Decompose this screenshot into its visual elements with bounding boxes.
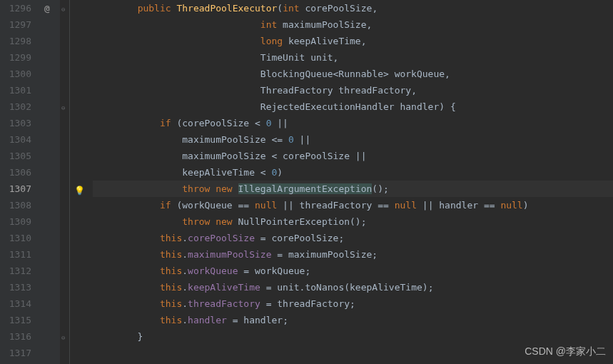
line-number: 1313	[6, 279, 31, 295]
code-line[interactable]: public ThreadPoolExecutor(int corePoolSi…	[93, 0, 613, 16]
line-number: 1306	[6, 164, 31, 181]
code-line[interactable]: this.handler = handler;	[93, 312, 613, 328]
code-line[interactable]: this.workQueue = workQueue;	[93, 263, 613, 279]
line-number: 1305	[6, 148, 31, 164]
code-line[interactable]: maximumPoolSize <= 0 ||	[93, 131, 613, 148]
line-number: 1298	[6, 33, 31, 49]
line-number: 1304	[6, 131, 31, 148]
code-line[interactable]: this.maximumPoolSize = maximumPoolSize;	[93, 246, 613, 263]
vcs-change-marker: @	[44, 0, 50, 16]
fold-toggle-icon[interactable]: ⊖	[61, 1, 65, 18]
code-line[interactable]: ThreadFactory threadFactory,	[93, 82, 613, 98]
fold-column[interactable]: ⊖⊖⊖	[60, 0, 70, 364]
line-number: 1316	[6, 328, 31, 345]
line-number: 1314	[6, 295, 31, 312]
code-line[interactable]: BlockingQueue<Runnable> workQueue,	[93, 66, 613, 82]
line-number: 1309	[6, 213, 31, 230]
code-line[interactable]: RejectedExecutionHandler handler) {	[93, 98, 613, 115]
code-line[interactable]: keepAliveTime < 0)	[93, 164, 613, 181]
code-line[interactable]: this.corePoolSize = corePoolSize;	[93, 230, 613, 246]
line-number: 1300	[6, 66, 31, 82]
line-number: 1315	[6, 312, 31, 328]
line-number: 1317	[6, 345, 31, 361]
intention-bulb-icon[interactable]: 💡	[74, 183, 85, 199]
line-number-gutter: 1296129712981299130013011302130313041305…	[0, 0, 41, 364]
line-number: 1307	[6, 181, 31, 197]
code-line[interactable]: }	[93, 328, 613, 345]
code-line[interactable]: maximumPoolSize < corePoolSize ||	[93, 148, 613, 164]
code-line[interactable]: TimeUnit unit,	[93, 49, 613, 66]
fold-toggle-icon[interactable]: ⊖	[61, 100, 65, 116]
code-area[interactable]: public ThreadPoolExecutor(int corePoolSi…	[88, 0, 613, 364]
line-number: 1296	[6, 0, 31, 16]
code-line[interactable]: int maximumPoolSize,	[93, 16, 613, 33]
line-number: 1302	[6, 98, 31, 115]
line-number: 1308	[6, 197, 31, 213]
watermark-text: CSDN @李家小二	[525, 343, 606, 360]
code-line[interactable]: if (corePoolSize < 0 ||	[93, 115, 613, 131]
line-number: 1312	[6, 263, 31, 279]
line-number: 1311	[6, 246, 31, 263]
annotation-column: @	[41, 0, 60, 364]
fold-toggle-icon[interactable]: ⊖	[61, 330, 65, 346]
line-number: 1303	[6, 115, 31, 131]
code-line[interactable]: this.keepAliveTime = unit.toNanos(keepAl…	[93, 279, 613, 295]
line-number: 1299	[6, 49, 31, 66]
code-line[interactable]: throw new NullPointerException();	[93, 213, 613, 230]
code-line[interactable]: long keepAliveTime,	[93, 33, 613, 49]
line-number: 1297	[6, 16, 31, 33]
line-number: 1301	[6, 82, 31, 98]
intention-bulb-column: 💡	[70, 0, 88, 364]
code-line[interactable]: throw new IllegalArgumentException();	[93, 181, 613, 197]
code-editor[interactable]: 1296129712981299130013011302130313041305…	[0, 0, 613, 364]
line-number: 1310	[6, 230, 31, 246]
code-line[interactable]: this.threadFactory = threadFactory;	[93, 295, 613, 312]
code-line[interactable]: if (workQueue == null || threadFactory =…	[93, 197, 613, 213]
